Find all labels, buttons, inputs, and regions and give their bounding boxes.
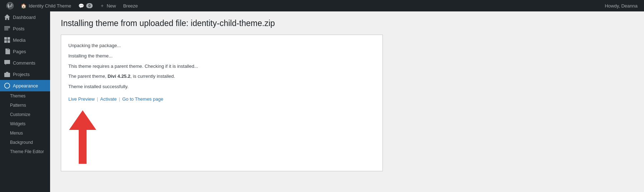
line-success: Theme installed successfully.: [68, 83, 375, 91]
adminbar-new[interactable]: ＋ New: [96, 0, 119, 11]
line-install: Installing the theme...: [68, 52, 375, 60]
admin-bar: 🏠 Identity Child Theme 💬 0 ＋ New Breeze …: [0, 0, 644, 11]
submenu-item-widgets[interactable]: Widgets: [0, 119, 50, 128]
submenu-item-menus[interactable]: Menus: [0, 128, 50, 138]
sidebar-item-appearance[interactable]: Appearance: [0, 80, 50, 91]
sidebar-label-pages: Pages: [13, 49, 26, 54]
sidebar-item-dashboard[interactable]: Dashboard: [0, 11, 50, 23]
submenu-item-theme-file-editor[interactable]: Theme File Editor: [0, 147, 50, 156]
line-parent-check: This theme requires a parent theme. Chec…: [68, 63, 375, 70]
submenu-item-background[interactable]: Background: [0, 138, 50, 147]
adminbar-comments[interactable]: 💬 0: [75, 0, 96, 11]
sidebar-label-dashboard: Dashboard: [13, 15, 36, 20]
annotation-arrow: [68, 110, 97, 164]
adminbar-howdy[interactable]: Howdy, Deanna: [601, 3, 641, 9]
breeze-label: Breeze: [123, 3, 138, 9]
site-name: Identity Child Theme: [29, 3, 71, 9]
sidebar-item-posts[interactable]: Posts: [0, 23, 50, 34]
admin-menu: Dashboard Posts Media Pages Comments Pro…: [0, 11, 50, 192]
sidebar-label-projects: Projects: [13, 72, 30, 77]
sidebar-label-posts: Posts: [13, 26, 25, 31]
action-links: Live Preview | Activate | Go to Themes p…: [68, 96, 375, 103]
wp-logo[interactable]: [3, 0, 17, 11]
howdy-text: Howdy, Deanna: [605, 3, 638, 9]
go-to-themes-link[interactable]: Go to Themes page: [122, 96, 164, 103]
submenu-item-themes[interactable]: Themes: [0, 91, 50, 101]
sidebar-label-comments: Comments: [13, 60, 35, 66]
sidebar-item-comments[interactable]: Comments: [0, 57, 50, 69]
svg-rect-3: [4, 40, 7, 43]
plus-icon: ＋: [100, 2, 104, 9]
svg-rect-4: [8, 40, 10, 43]
svg-point-6: [5, 83, 10, 88]
home-icon: 🏠: [21, 3, 26, 9]
adminbar-breeze[interactable]: Breeze: [119, 0, 141, 11]
sidebar-item-projects[interactable]: Projects: [0, 69, 50, 80]
svg-rect-5: [4, 73, 10, 77]
svg-rect-1: [4, 37, 7, 40]
new-label: New: [107, 3, 116, 9]
sidebar-label-appearance: Appearance: [13, 83, 38, 89]
arrow-head: [69, 110, 96, 130]
line-parent-found: The parent theme, Divi 4.25.2, is curren…: [68, 73, 375, 80]
sidebar-label-media: Media: [13, 37, 25, 43]
live-preview-link[interactable]: Live Preview: [68, 96, 95, 103]
install-output: Unpacking the package... Installing the …: [61, 35, 383, 171]
sep-2: |: [119, 96, 120, 103]
adminbar-site[interactable]: 🏠 Identity Child Theme: [17, 0, 75, 11]
line-unpack: Unpacking the package...: [68, 42, 375, 50]
main-content: Installing theme from uploaded file: ide…: [50, 11, 644, 192]
sidebar-item-pages[interactable]: Pages: [0, 46, 50, 57]
svg-rect-2: [8, 37, 10, 40]
appearance-submenu: Themes Patterns Customize Widgets Menus …: [0, 91, 50, 156]
sidebar-item-media[interactable]: Media: [0, 34, 50, 46]
sep-1: |: [97, 96, 98, 103]
submenu-item-patterns[interactable]: Patterns: [0, 101, 50, 110]
page-title: Installing theme from uploaded file: ide…: [61, 19, 633, 28]
comment-icon: 💬: [78, 3, 84, 9]
arrow-body: [79, 130, 87, 164]
comment-count: 0: [86, 3, 93, 8]
submenu-item-customize[interactable]: Customize: [0, 110, 50, 119]
activate-link[interactable]: Activate: [100, 96, 117, 103]
